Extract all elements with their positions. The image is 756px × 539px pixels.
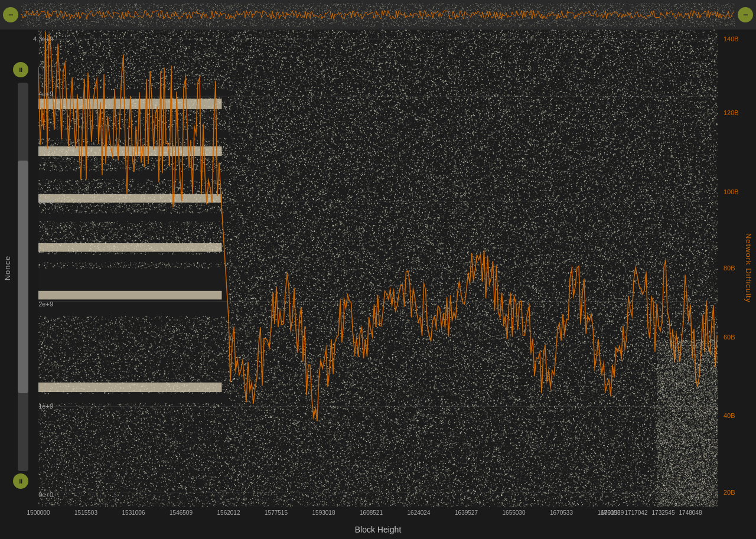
x-tick: 1670533 [550,509,573,516]
x-tick: 1577515 [265,509,288,516]
x-tick: 1515503 [74,509,97,516]
minimap-canvas[interactable] [21,3,735,27]
x-axis-title: Block Height [355,525,402,534]
chart-main[interactable] [38,30,718,507]
x-tick: 1593018 [312,509,335,516]
x-tick: 1562012 [217,509,240,516]
network-difficulty-label: Network Difficulty [744,233,753,303]
minimap-left-button[interactable]: − [3,7,18,22]
y-axis-right: Network Difficulty [718,30,756,507]
x-tick: 1608521 [360,509,383,516]
scatter-canvas [38,30,718,507]
x-tick: 1639527 [455,509,478,516]
x-tick: 1624024 [408,509,431,516]
main-container: − − ⏸ Nonce [0,0,756,539]
x-axis: Block Height 150000015155031531006154650… [0,507,756,539]
x-tick: 1531006 [122,509,145,516]
x-tick: 1655030 [503,509,526,516]
nonce-axis-label: Nonce [3,256,12,281]
x-tick: 1546509 [170,509,193,516]
x-tick: 1701539 [601,509,624,516]
minimap-chart [21,3,735,27]
vertical-scrollbar[interactable] [18,83,28,471]
x-tick: 1717042 [625,509,648,516]
pause-bottom-button[interactable]: ⏸ [13,473,28,489]
x-tick: 1732545 [652,509,675,516]
minimap-bar: − − [0,0,756,30]
pause-top-button[interactable]: ⏸ [13,62,28,77]
scrollbar-thumb[interactable] [18,161,28,394]
minimap-right-button[interactable]: − [738,7,753,22]
x-tick: 1500000 [27,509,50,516]
x-tick: 1748048 [679,509,702,516]
